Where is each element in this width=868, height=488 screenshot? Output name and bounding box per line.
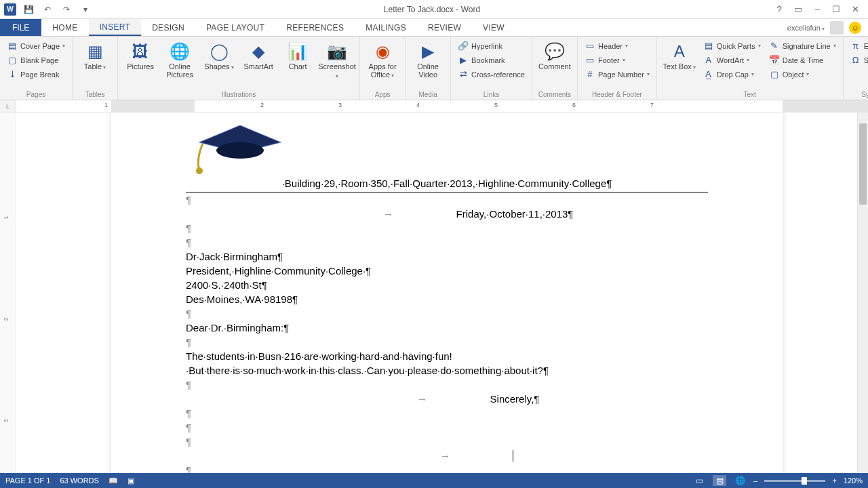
group-tables: ▦Table Tables [73,37,118,100]
cover-page-button[interactable]: ▤Cover Page [4,39,68,52]
footer-button[interactable]: ▭Footer [582,54,652,66]
wordart-button[interactable]: AWordArt [701,54,764,66]
status-words[interactable]: 63 WORDS [60,476,98,485]
user-avatar-icon[interactable] [830,21,844,35]
doc-addr-title: President,·Highline·Community·College·¶ [186,264,708,278]
equation-button[interactable]: πEquation [848,39,868,52]
object-button[interactable]: ▢Object [766,68,839,81]
date-icon: 📅 [769,55,780,65]
cross-reference-button[interactable]: ⇄Cross-reference [455,68,528,81]
minimize-icon[interactable]: – [810,3,825,16]
qat-customize-icon[interactable]: ▾ [79,3,92,16]
smartart-label: SmartArt [243,62,273,70]
maximize-icon[interactable]: ☐ [829,3,844,16]
tab-insert[interactable]: INSERT [89,19,142,36]
date-time-button[interactable]: 📅Date & Time [766,54,839,66]
doc-header: ·Building·29,·Room·350,·Fall·Quarter·201… [186,176,708,190]
tab-mailings[interactable]: MAILINGS [355,19,417,36]
group-comments-label: Comments [536,89,573,98]
table-label: Table [84,62,106,71]
page-number-button[interactable]: #Page Number [582,68,652,81]
drop-cap-button[interactable]: A̲Drop Cap [701,68,764,81]
tab-home[interactable]: HOME [41,19,88,36]
comment-button[interactable]: 💬Comment [536,39,573,70]
chart-button[interactable]: 📊Chart [279,39,316,70]
signature-line-button[interactable]: ✎Signature Line [766,39,839,52]
header-button[interactable]: ▭Header [582,39,652,52]
tab-references[interactable]: REFERENCES [275,19,355,36]
status-page[interactable]: PAGE 1 OF 1 [5,476,50,485]
tab-arrow-icon: → [321,207,456,221]
para-mark: ¶ [186,221,708,235]
shapes-button[interactable]: ◯Shapes [201,39,237,71]
online-video-button[interactable]: ▶Online Video [410,39,446,79]
textbox-button[interactable]: AText Box [661,39,698,71]
page-break-button[interactable]: ⤓Page Break [4,68,68,81]
ruler-mark-7: 7 [650,102,654,108]
zoom-in-button[interactable]: + [832,476,836,485]
equation-label: Equation [864,42,868,50]
zoom-slider[interactable] [764,480,825,482]
para-mark: ¶ [186,378,708,392]
tab-arrow-icon: → [377,449,513,463]
smartart-button[interactable]: ◆SmartArt [240,39,277,70]
cover-page-icon: ▤ [7,41,18,51]
spell-check-icon[interactable]: 📖 [108,476,118,485]
vertical-scrollbar[interactable] [857,113,868,473]
pictures-button[interactable]: 🖼Pictures [122,39,159,70]
horizontal-ruler[interactable]: L 1 2 3 4 5 6 7 [0,100,868,113]
feedback-smile-icon[interactable]: ☺ [849,22,861,34]
page[interactable]: ·Building·29,·Room·350,·Fall·Quarter·201… [111,113,783,473]
ruler-mark-2: 2 [260,102,264,108]
table-button[interactable]: ▦Table [77,39,113,71]
zoom-out-button[interactable]: – [753,476,757,485]
ribbon-display-icon[interactable]: ▭ [791,3,806,16]
user-name[interactable]: excelisfun [787,24,825,32]
help-icon[interactable]: ? [772,3,787,16]
online-pictures-button[interactable]: 🌐Online Pictures [161,39,198,79]
macro-icon[interactable]: ▣ [127,476,134,485]
group-symbols: πEquation ΩSymbol Symbols [844,37,868,100]
page-break-icon: ⤓ [7,69,18,79]
hyperlink-button[interactable]: 🔗Hyperlink [455,39,528,52]
zoom-slider-thumb[interactable] [802,477,807,485]
svg-point-2 [216,142,264,159]
apps-button[interactable]: ◉Apps for Office [364,39,401,79]
save-icon[interactable]: 💾 [22,3,35,16]
scrollbar-thumb[interactable] [859,123,867,205]
screenshot-button[interactable]: 📷Screenshot [319,39,355,80]
graduation-cap-image[interactable] [186,115,288,176]
group-text: AText Box ▤Quick Parts AWordArt A̲Drop C… [657,37,844,100]
quick-parts-icon: ▤ [703,41,714,51]
close-icon[interactable]: ✕ [848,3,863,16]
header-icon: ▭ [585,41,595,51]
undo-icon[interactable]: ↶ [41,3,54,16]
quick-parts-button[interactable]: ▤Quick Parts [701,39,764,52]
read-mode-icon[interactable]: ▭ [692,475,706,486]
symbol-button[interactable]: ΩSymbol [848,54,868,66]
redo-icon[interactable]: ↷ [60,3,73,16]
vertical-ruler[interactable]: 1 2 3 [0,113,16,473]
tab-view[interactable]: VIEW [472,19,515,36]
group-comments: 💬Comment Comments [532,37,578,100]
group-illustrations: 🖼Pictures 🌐Online Pictures ◯Shapes ◆Smar… [118,37,360,100]
shapes-label: Shapes [204,62,234,71]
print-layout-icon[interactable]: ▤ [713,475,726,486]
bookmark-button[interactable]: ▶Bookmark [455,54,528,66]
group-hf-label: Header & Footer [582,89,652,98]
blank-page-label: Blank Page [20,56,58,64]
para-mark: ¶ [186,306,708,321]
screenshot-icon: 📷 [327,41,347,62]
crossref-icon: ⇄ [458,69,469,79]
page-break-label: Page Break [20,70,59,79]
title-bar: W 💾 ↶ ↷ ▾ Letter To Jack.docx - Word ? ▭… [0,0,868,19]
group-illustrations-label: Illustrations [122,89,355,98]
tab-design[interactable]: DESIGN [141,19,195,36]
tab-review[interactable]: REVIEW [417,19,472,36]
web-layout-icon[interactable]: 🌐 [733,475,747,486]
date-label: Date & Time [783,56,824,64]
blank-page-button[interactable]: ▢Blank Page [4,54,68,66]
tab-file[interactable]: FILE [0,19,41,36]
tab-page-layout[interactable]: PAGE LAYOUT [195,19,275,36]
zoom-level[interactable]: 120% [844,476,863,485]
